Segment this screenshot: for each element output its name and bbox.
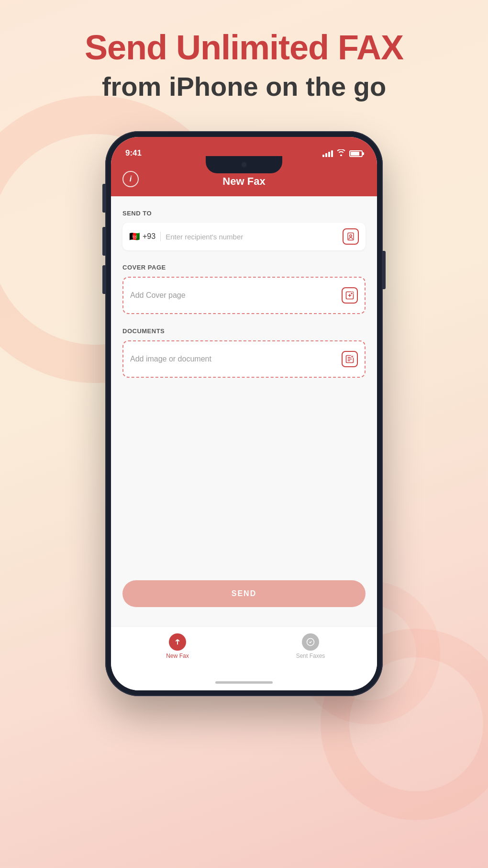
add-document-icon [342, 351, 358, 367]
svg-point-1 [350, 235, 352, 237]
notch-camera [241, 161, 247, 168]
hero-section: Send Unlimited FAX from iPhone on the go [0, 0, 488, 122]
document-placeholder: Add image or document [130, 355, 211, 363]
app-title: New Fax [222, 175, 265, 188]
separator [160, 232, 161, 241]
add-document-button[interactable]: Add image or document [122, 340, 366, 378]
info-button[interactable]: i [122, 171, 139, 187]
documents-section: DOCUMENTS Add image or document [122, 327, 366, 378]
wifi-icon [337, 149, 345, 158]
country-flag: 🇦🇫 [129, 231, 140, 242]
send-to-label: SEND TO [122, 210, 366, 217]
home-bar [215, 681, 273, 684]
phone-placeholder[interactable]: Enter recipient's number [166, 233, 343, 241]
country-code: +93 [143, 232, 155, 241]
sent-faxes-label: Sent Faxes [296, 653, 325, 659]
cover-page-section: COVER PAGE Add Cover page [122, 264, 366, 314]
send-button[interactable]: SEND [122, 580, 366, 607]
app-content: SEND TO 🇦🇫 +93 Enter recipient's number [111, 196, 377, 626]
new-fax-label: New Fax [166, 653, 189, 659]
status-time: 9:41 [125, 148, 142, 158]
hero-title: Send Unlimited FAX [0, 29, 488, 67]
phone-frame: 9:41 [105, 131, 383, 696]
phone-input-row[interactable]: 🇦🇫 +93 Enter recipient's number [122, 223, 366, 250]
contact-book-icon[interactable] [343, 228, 359, 245]
phone-notch [206, 156, 282, 173]
cover-page-label: COVER PAGE [122, 264, 366, 271]
tab-new-fax[interactable]: New Fax [111, 633, 244, 659]
send-to-section: SEND TO 🇦🇫 +93 Enter recipient's number [122, 210, 366, 250]
content-spacer [122, 391, 366, 580]
cover-page-placeholder: Add Cover page [130, 291, 186, 300]
signal-icon [322, 150, 333, 157]
phone-screen: 9:41 [111, 137, 377, 690]
add-cover-page-button[interactable]: Add Cover page [122, 277, 366, 314]
tab-sent-faxes[interactable]: Sent Faxes [244, 633, 377, 659]
hero-subtitle: from iPhone on the go [0, 70, 488, 102]
status-icons [322, 149, 363, 158]
battery-icon [349, 150, 363, 157]
add-cover-icon [342, 287, 358, 304]
new-fax-icon [169, 633, 186, 651]
sent-faxes-icon [302, 633, 319, 651]
documents-label: DOCUMENTS [122, 327, 366, 335]
phone-wrapper: 9:41 [0, 131, 488, 696]
tab-bar: New Fax Sent Faxes [111, 626, 377, 674]
send-button-container: SEND [122, 580, 366, 615]
home-indicator [111, 674, 377, 690]
flag-code[interactable]: 🇦🇫 +93 [129, 231, 155, 242]
